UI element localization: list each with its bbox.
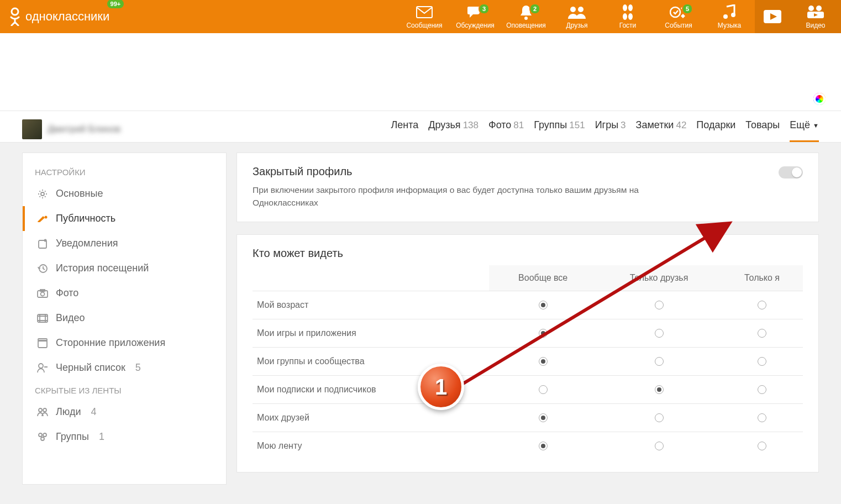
profile-nav-item[interactable]: Друзья138 — [428, 117, 479, 142]
profile-nav-label: Друзья — [428, 119, 460, 131]
main-area: НАСТРОЙКИ ОсновныеПубличностьУведомления… — [0, 143, 841, 495]
svg-point-5 — [578, 7, 584, 12]
sidebar-item-photo[interactable]: Фото — [23, 281, 226, 306]
perm-radio[interactable] — [655, 442, 664, 450]
perm-radio[interactable] — [655, 385, 664, 394]
table-row: Мои группы и сообщества — [253, 347, 803, 375]
profile-nav-label: Ещё — [790, 119, 810, 131]
profile-nav-item[interactable]: Ещё▼ — [790, 117, 819, 142]
perm-radio[interactable] — [539, 442, 548, 450]
sidebar-item-label: Фото — [56, 287, 78, 299]
avatar[interactable] — [22, 119, 42, 139]
sidebar-heading-hidden: СКРЫТЫЕ ИЗ ЛЕНТЫ — [23, 380, 226, 400]
perm-radio[interactable] — [539, 301, 548, 309]
sidebar-item-history[interactable]: История посещений — [23, 256, 226, 281]
profile-nav-item[interactable]: Заметки42 — [636, 117, 687, 142]
topnav-label: Музыка — [718, 22, 741, 29]
perm-radio[interactable] — [758, 329, 766, 338]
perm-radio[interactable] — [539, 385, 548, 394]
profile-nav-item[interactable]: Лента — [391, 117, 418, 142]
svg-point-31 — [43, 408, 46, 412]
topnav-badge: 2 — [529, 3, 540, 14]
svg-point-18 — [45, 216, 48, 218]
profile-nav-item[interactable]: Товары — [745, 117, 780, 142]
topnav-events[interactable]: События5 — [653, 0, 704, 33]
profile-header: Дмитрий Блинов ЛентаДрузья138Фото81Групп… — [0, 111, 841, 143]
play-icon — [763, 8, 782, 25]
sidebar-item-label: Группы — [56, 431, 89, 443]
profile-nav-label: Заметки — [636, 119, 674, 131]
topnav-discussions[interactable]: Обсуждения3 — [450, 0, 501, 33]
sidebar-item-groups[interactable]: Группы1 — [23, 424, 226, 449]
visibility-card: Кто может видеть Вообще всеТолько друзья… — [236, 234, 819, 473]
sidebar-item-apps[interactable]: Сторонние приложения — [23, 330, 226, 355]
svg-point-32 — [39, 433, 42, 437]
svg-point-9 — [628, 13, 633, 20]
ad-banner-area — [0, 33, 841, 111]
perm-label: Мои подписки и подписчиков — [253, 375, 489, 403]
topnav-play[interactable] — [755, 0, 790, 33]
profile-nav-item[interactable]: Группы151 — [534, 117, 585, 142]
topnav-notifications[interactable]: Оповещения2 — [501, 0, 551, 33]
groups-icon — [37, 432, 48, 442]
perm-radio[interactable] — [655, 329, 664, 338]
perm-radio[interactable] — [655, 413, 664, 422]
friends-icon — [567, 4, 586, 20]
svg-point-15 — [816, 6, 822, 11]
perm-radio[interactable] — [758, 413, 766, 422]
profile-nav-item[interactable]: Подарки — [696, 117, 735, 142]
topnav-label: Гости — [619, 22, 637, 29]
profile-nav-label: Фото — [488, 119, 511, 131]
topnav-messages[interactable]: Сообщения — [399, 0, 450, 33]
theme-color-button[interactable] — [813, 93, 826, 105]
ok-logo-icon — [9, 7, 21, 26]
sidebar-item-label: Видео — [56, 312, 85, 324]
profile-nav-count: 81 — [513, 120, 524, 131]
profile-user-name[interactable]: Дмитрий Блинов — [48, 124, 120, 135]
perm-radio[interactable] — [758, 385, 766, 394]
private-profile-card: Закрытый профиль При включении закрытого… — [236, 153, 819, 222]
table-row: Мой возраст — [253, 291, 803, 319]
publicity-icon — [37, 216, 48, 222]
perm-radio[interactable] — [758, 301, 766, 309]
topnav-label: События — [665, 22, 692, 29]
table-row: Мои игры и приложения — [253, 319, 803, 347]
profile-nav-item[interactable]: Фото81 — [488, 117, 524, 142]
svg-point-28 — [39, 364, 43, 368]
sidebar-item-people[interactable]: Люди4 — [23, 400, 226, 424]
sidebar-item-notify[interactable]: Уведомления — [23, 231, 226, 256]
topnav-video[interactable]: Видео — [790, 0, 841, 33]
topnav-music[interactable]: Музыка — [704, 0, 755, 33]
perm-radio[interactable] — [539, 413, 548, 422]
table-header: Только я — [721, 265, 803, 291]
profile-nav-item[interactable]: Игры3 — [595, 117, 626, 142]
perm-radio[interactable] — [758, 442, 766, 450]
svg-point-7 — [628, 4, 633, 11]
chevron-down-icon: ▼ — [813, 122, 819, 129]
perm-radio[interactable] — [655, 357, 664, 366]
perm-label: Мои игры и приложения — [253, 319, 489, 347]
private-profile-toggle[interactable] — [779, 166, 803, 179]
sidebar-item-count: 4 — [91, 406, 96, 418]
sidebar-item-publicity[interactable]: Публичность — [23, 206, 226, 231]
svg-rect-1 — [417, 7, 432, 18]
sidebar-item-video[interactable]: Видео — [23, 306, 226, 330]
profile-nav-label: Группы — [534, 119, 567, 131]
perm-radio[interactable] — [539, 329, 548, 338]
sidebar-item-blacklist[interactable]: Черный список5 — [23, 355, 226, 380]
perm-radio[interactable] — [539, 357, 548, 366]
settings-content: Закрытый профиль При включении закрытого… — [236, 153, 819, 485]
svg-point-8 — [623, 13, 627, 20]
site-logo[interactable]: одноклассники 99+ — [9, 7, 109, 26]
perm-radio[interactable] — [758, 357, 766, 366]
perm-radio[interactable] — [655, 301, 664, 309]
topnav-friends[interactable]: Друзья — [551, 0, 602, 33]
sidebar-item-basic[interactable]: Основные — [23, 181, 226, 206]
sidebar-item-count: 1 — [99, 431, 104, 443]
svg-point-17 — [41, 192, 44, 196]
topbar: одноклассники 99+ СообщенияОбсуждения3Оп… — [0, 0, 841, 33]
topnav-guests[interactable]: Гости — [602, 0, 653, 33]
table-header: Вообще все — [489, 265, 597, 291]
history-icon — [37, 264, 48, 274]
svg-rect-26 — [38, 340, 47, 348]
